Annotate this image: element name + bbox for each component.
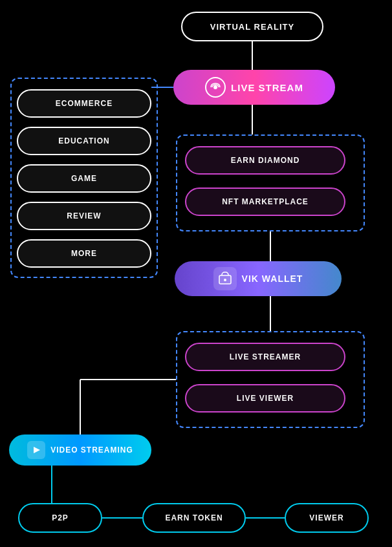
ecommerce-label: ECOMMERCE	[56, 99, 113, 108]
live-stream-icon	[205, 77, 226, 98]
vik-wallet-label: VIK WALLET	[242, 274, 303, 284]
virtual-reality-node: VIRTUAL REALITY	[181, 12, 323, 41]
svg-marker-13	[34, 447, 40, 453]
viewer-node: VIEWER	[285, 503, 369, 533]
svg-point-10	[213, 85, 217, 89]
p2p-label: P2P	[52, 513, 69, 522]
nft-marketplace-label: NFT MARKETPLACE	[222, 197, 309, 206]
vik-wallet-node: VIK WALLET	[175, 261, 342, 296]
p2p-node: P2P	[18, 503, 102, 533]
review-label: REVIEW	[67, 211, 101, 220]
more-node: MORE	[17, 239, 151, 268]
video-streaming-label: VIDEO STREAMING	[50, 445, 133, 455]
nft-marketplace-node: NFT MARKETPLACE	[185, 188, 345, 216]
diagram: VIRTUAL REALITY LIVE STREAM ECOMMERCE ED…	[0, 0, 392, 547]
live-stream-node: LIVE STREAM	[173, 70, 335, 105]
viewer-label: VIEWER	[309, 513, 343, 522]
earn-token-node: EARN TOKEN	[142, 503, 246, 533]
live-viewer-label: LIVE VIEWER	[237, 394, 294, 403]
earn-diamond-node: EARN DIAMOND	[185, 146, 345, 175]
video-streaming-node: VIDEO STREAMING	[9, 434, 151, 466]
live-stream-label: LIVE STREAM	[231, 82, 303, 93]
ecommerce-node: ECOMMERCE	[17, 89, 151, 118]
education-node: EDUCATION	[17, 127, 151, 155]
live-streamer-label: LIVE STREAMER	[230, 352, 301, 361]
live-viewer-node: LIVE VIEWER	[185, 384, 345, 413]
review-node: REVIEW	[17, 202, 151, 230]
more-label: MORE	[71, 249, 97, 258]
game-node: GAME	[17, 164, 151, 193]
education-label: EDUCATION	[58, 136, 109, 145]
virtual-reality-label: VIRTUAL REALITY	[210, 22, 294, 32]
earn-diamond-label: EARN DIAMOND	[231, 156, 300, 165]
earn-token-label: EARN TOKEN	[165, 513, 223, 522]
svg-point-12	[224, 279, 226, 281]
game-label: GAME	[71, 174, 97, 183]
live-streamer-node: LIVE STREAMER	[185, 343, 345, 371]
vik-wallet-icon	[213, 267, 237, 290]
video-streaming-icon	[27, 441, 45, 459]
